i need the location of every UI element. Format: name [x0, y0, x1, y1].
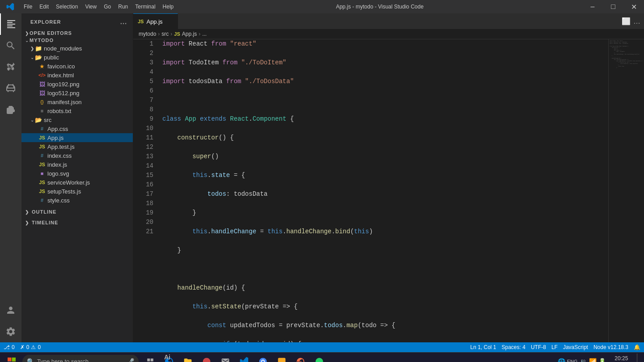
- taskbar-search[interactable]: 🔍 Type here to search 🎤: [22, 355, 139, 362]
- timeline-section[interactable]: ❯ TIMELINE: [21, 217, 133, 228]
- taskbar-vscode[interactable]: [235, 354, 253, 362]
- activity-account[interactable]: [0, 299, 21, 321]
- menu-file[interactable]: File: [20, 0, 36, 13]
- image-icon: 🖼: [38, 80, 46, 88]
- tab-app-js[interactable]: JS App.js ✕: [133, 13, 178, 29]
- taskbar-network[interactable]: 📶: [589, 358, 597, 362]
- taskbar-email[interactable]: [216, 354, 234, 362]
- language-mode[interactable]: JavaScript: [563, 344, 588, 350]
- sidebar-item-logo-svg[interactable]: ■ logo.svg: [21, 169, 133, 178]
- mytodo-section[interactable]: ⌄ MYTODO: [21, 37, 133, 44]
- activity-explorer[interactable]: [0, 13, 21, 35]
- notifications-icon[interactable]: 🔔: [634, 344, 640, 350]
- menu-edit[interactable]: Edit: [36, 0, 52, 13]
- node-version[interactable]: Node v12.18.3: [593, 344, 628, 350]
- sidebar-item-public[interactable]: ⌄ 📂 public: [21, 53, 133, 62]
- taskbar-battery[interactable]: 🔋: [598, 358, 606, 362]
- indent-spaces[interactable]: Spaces: 4: [502, 344, 525, 350]
- sidebar-item-index-html[interactable]: </> index.html: [21, 71, 133, 80]
- code-editor[interactable]: 12345 678910 1112131415 1617181920 21 im…: [133, 39, 644, 342]
- code-content[interactable]: import React from "react" import TodoIte…: [158, 39, 608, 342]
- taskbar-chrome[interactable]: [254, 354, 272, 362]
- sidebar-item-index-js[interactable]: JS index.js: [21, 160, 133, 169]
- git-icon: ⎇: [4, 344, 10, 350]
- sidebar-item-app-test[interactable]: JS App.test.js: [21, 142, 133, 151]
- split-editor-icon[interactable]: ⬜: [622, 17, 631, 25]
- sidebar-item-service-worker[interactable]: JS serviceWorker.js: [21, 178, 133, 187]
- sidebar-item-logo192[interactable]: 🖼 logo192.png: [21, 80, 133, 88]
- minimize-button[interactable]: –: [582, 0, 603, 13]
- svg-point-4: [203, 358, 211, 362]
- window-controls: – □ ✕: [582, 0, 644, 13]
- activity-extensions[interactable]: [0, 99, 21, 121]
- activity-debug[interactable]: [0, 78, 21, 99]
- sidebar-item-node-modules[interactable]: ❯ 📁 node_modules: [21, 44, 133, 53]
- sidebar-item-setup-tests[interactable]: JS setupTests.js: [21, 187, 133, 196]
- more-tabs-icon[interactable]: …: [633, 17, 640, 25]
- breadcrumb-appjs[interactable]: App.js: [182, 31, 197, 37]
- taskbar-fileexplorer[interactable]: [179, 354, 197, 362]
- statusbar: ⎇ 0 ✗ 0 ⚠ 0 Ln 1, Col 1 Spaces: 4 UTF-8 …: [0, 342, 644, 352]
- menu-run[interactable]: Run: [114, 0, 131, 13]
- chevron-right-icon: ❯: [30, 46, 34, 51]
- statusbar-left: ⎇ 0 ✗ 0 ⚠ 0: [4, 344, 41, 350]
- sidebar-item-app-css[interactable]: # App.css: [21, 124, 133, 133]
- taskbar-show-desktop[interactable]: [637, 354, 640, 362]
- breadcrumb-more[interactable]: ...: [202, 31, 207, 37]
- public-label: public: [44, 54, 59, 61]
- source-control-status[interactable]: ⎇ 0: [4, 344, 15, 350]
- sidebar-item-robots[interactable]: ≡ robots.txt: [21, 106, 133, 115]
- activity-settings[interactable]: [0, 321, 21, 342]
- taskbar-taskview[interactable]: [141, 354, 159, 362]
- sidebar-item-logo512[interactable]: 🖼 logo512.png: [21, 88, 133, 97]
- activity-source-control[interactable]: [0, 56, 21, 78]
- close-button[interactable]: ✕: [623, 0, 644, 13]
- menu-go[interactable]: Go: [100, 0, 114, 13]
- sidebar-item-manifest[interactable]: {} manifest.json: [21, 97, 133, 106]
- menu-view[interactable]: View: [81, 0, 100, 13]
- node-modules-label: node_modules: [44, 45, 82, 52]
- js-icon: JS: [38, 188, 46, 195]
- css-icon: #: [38, 152, 46, 159]
- image-icon: 🖼: [38, 89, 46, 97]
- more-actions-icon[interactable]: …: [120, 18, 127, 26]
- activity-search[interactable]: [0, 35, 21, 56]
- branch-name: 0: [12, 344, 15, 350]
- app-test-label: App.test.js: [47, 143, 75, 150]
- restore-button[interactable]: □: [603, 0, 623, 13]
- menu-terminal[interactable]: Terminal: [131, 0, 159, 13]
- taskbar-gulp[interactable]: [198, 354, 216, 362]
- encoding[interactable]: UTF-8: [531, 344, 546, 350]
- taskbar-browser[interactable]: [292, 354, 309, 362]
- svg-rect-8: [278, 358, 286, 362]
- tab-js-icon: JS: [138, 19, 144, 24]
- menu-selection[interactable]: Selection: [52, 0, 81, 13]
- taskbar-app7[interactable]: [273, 354, 291, 362]
- logo512-label: logo512.png: [47, 90, 80, 97]
- mic-icon[interactable]: 🎤: [127, 358, 134, 362]
- taskbar-systray-1[interactable]: 🌐: [558, 358, 565, 362]
- minimap-content: import React from "react" import TodoIte…: [609, 39, 644, 71]
- new-file-icon[interactable]: ️: [118, 18, 118, 26]
- folder-open-icon: 📂: [35, 116, 42, 123]
- outline-section[interactable]: ❯ OUTLINE: [21, 206, 133, 217]
- sidebar-item-app-js[interactable]: JS App.js: [21, 133, 133, 142]
- line-ending[interactable]: LF: [551, 344, 558, 350]
- taskbar-whatsapp[interactable]: [310, 354, 328, 362]
- taskbar-clock[interactable]: 20:25 25-07-2020: [608, 355, 635, 362]
- sidebar-item-src[interactable]: ⌄ 📂 src: [21, 115, 133, 124]
- folder-open-icon: 📂: [35, 54, 42, 61]
- open-editors-section[interactable]: ❯ OPEN EDITORS: [21, 29, 133, 37]
- sidebar-item-index-css[interactable]: # index.css: [21, 151, 133, 160]
- sidebar-item-style-css[interactable]: # style.css: [21, 196, 133, 205]
- statusbar-right: Ln 1, Col 1 Spaces: 4 UTF-8 LF JavaScrip…: [470, 344, 640, 350]
- error-count[interactable]: ✗ 0 ⚠ 0: [20, 344, 41, 350]
- sidebar-item-favicon[interactable]: ★ favicon.ico: [21, 62, 133, 71]
- cursor-position[interactable]: Ln 1, Col 1: [470, 344, 496, 350]
- menu-help[interactable]: Help: [159, 0, 178, 13]
- breadcrumb-src[interactable]: src: [161, 31, 169, 37]
- chevron-right-icon: ❯: [25, 31, 29, 36]
- taskbar-volume[interactable]: 🔉: [580, 358, 587, 362]
- breadcrumb-mytodo[interactable]: mytodo: [139, 31, 156, 37]
- start-button[interactable]: [2, 354, 21, 362]
